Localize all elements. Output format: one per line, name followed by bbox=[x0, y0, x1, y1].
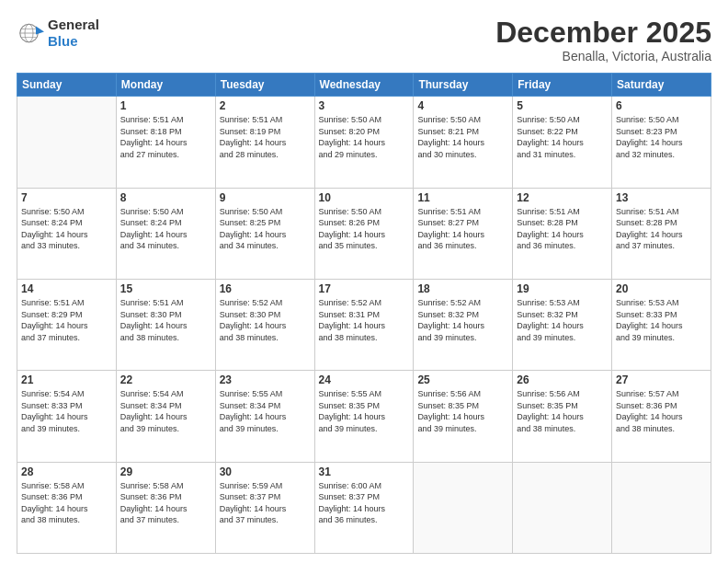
day-number: 22 bbox=[120, 373, 211, 386]
day-info: Sunrise: 5:50 AM Sunset: 8:20 PM Dayligh… bbox=[319, 114, 410, 160]
calendar-header-row: SundayMondayTuesdayWednesdayThursdayFrid… bbox=[17, 74, 711, 97]
calendar-cell: 27Sunrise: 5:57 AM Sunset: 8:36 PM Dayli… bbox=[612, 371, 711, 462]
day-info: Sunrise: 5:55 AM Sunset: 8:35 PM Dayligh… bbox=[319, 388, 410, 434]
calendar-week-2: 7Sunrise: 5:50 AM Sunset: 8:24 PM Daylig… bbox=[17, 188, 711, 279]
logo: General Blue bbox=[17, 17, 99, 50]
day-number: 1 bbox=[120, 99, 211, 112]
calendar-week-3: 14Sunrise: 5:51 AM Sunset: 8:29 PM Dayli… bbox=[17, 279, 711, 370]
day-number: 9 bbox=[220, 191, 311, 204]
day-number: 18 bbox=[417, 282, 508, 295]
logo-text: General Blue bbox=[48, 17, 99, 50]
calendar-cell: 5Sunrise: 5:50 AM Sunset: 8:22 PM Daylig… bbox=[513, 97, 612, 188]
weekday-header-sunday: Sunday bbox=[17, 74, 117, 97]
day-number: 26 bbox=[517, 373, 608, 386]
day-number: 7 bbox=[21, 191, 112, 204]
day-info: Sunrise: 5:50 AM Sunset: 8:24 PM Dayligh… bbox=[120, 206, 211, 252]
logo-line1: General bbox=[48, 17, 99, 33]
weekday-header-tuesday: Tuesday bbox=[215, 74, 314, 97]
calendar-cell: 9Sunrise: 5:50 AM Sunset: 8:25 PM Daylig… bbox=[215, 188, 314, 279]
day-info: Sunrise: 5:51 AM Sunset: 8:28 PM Dayligh… bbox=[616, 206, 707, 252]
weekday-header-monday: Monday bbox=[116, 74, 215, 97]
weekday-header-wednesday: Wednesday bbox=[314, 74, 414, 97]
calendar-cell bbox=[612, 462, 711, 553]
day-number: 24 bbox=[319, 373, 410, 386]
day-info: Sunrise: 5:51 AM Sunset: 8:30 PM Dayligh… bbox=[120, 297, 211, 343]
day-number: 16 bbox=[220, 282, 311, 295]
day-number: 2 bbox=[220, 99, 311, 112]
day-info: Sunrise: 5:51 AM Sunset: 8:19 PM Dayligh… bbox=[220, 114, 311, 160]
calendar-cell: 20Sunrise: 5:53 AM Sunset: 8:33 PM Dayli… bbox=[612, 279, 711, 370]
month-title: December 2025 bbox=[495, 17, 711, 49]
calendar-cell: 2Sunrise: 5:51 AM Sunset: 8:19 PM Daylig… bbox=[215, 97, 314, 188]
calendar-cell: 17Sunrise: 5:52 AM Sunset: 8:31 PM Dayli… bbox=[314, 279, 414, 370]
calendar-week-5: 28Sunrise: 5:58 AM Sunset: 8:36 PM Dayli… bbox=[17, 462, 711, 553]
day-info: Sunrise: 5:51 AM Sunset: 8:27 PM Dayligh… bbox=[417, 206, 508, 252]
calendar-cell: 24Sunrise: 5:55 AM Sunset: 8:35 PM Dayli… bbox=[314, 371, 414, 462]
header: General Blue December 2025 Benalla, Vict… bbox=[17, 17, 711, 63]
day-info: Sunrise: 5:55 AM Sunset: 8:34 PM Dayligh… bbox=[220, 388, 311, 434]
day-info: Sunrise: 5:51 AM Sunset: 8:28 PM Dayligh… bbox=[517, 206, 608, 252]
day-info: Sunrise: 5:54 AM Sunset: 8:33 PM Dayligh… bbox=[21, 388, 112, 434]
day-info: Sunrise: 5:52 AM Sunset: 8:30 PM Dayligh… bbox=[220, 297, 311, 343]
day-info: Sunrise: 5:54 AM Sunset: 8:34 PM Dayligh… bbox=[120, 388, 211, 434]
weekday-header-saturday: Saturday bbox=[612, 74, 711, 97]
location-subtitle: Benalla, Victoria, Australia bbox=[495, 49, 711, 63]
logo-icon bbox=[17, 19, 44, 47]
calendar-cell: 11Sunrise: 5:51 AM Sunset: 8:27 PM Dayli… bbox=[414, 188, 513, 279]
day-info: Sunrise: 5:50 AM Sunset: 8:25 PM Dayligh… bbox=[220, 206, 311, 252]
day-info: Sunrise: 6:00 AM Sunset: 8:37 PM Dayligh… bbox=[319, 480, 410, 526]
calendar-cell: 1Sunrise: 5:51 AM Sunset: 8:18 PM Daylig… bbox=[116, 97, 215, 188]
day-info: Sunrise: 5:50 AM Sunset: 8:24 PM Dayligh… bbox=[21, 206, 112, 252]
calendar-cell: 31Sunrise: 6:00 AM Sunset: 8:37 PM Dayli… bbox=[314, 462, 414, 553]
day-info: Sunrise: 5:52 AM Sunset: 8:32 PM Dayligh… bbox=[417, 297, 508, 343]
calendar-cell: 7Sunrise: 5:50 AM Sunset: 8:24 PM Daylig… bbox=[17, 188, 117, 279]
weekday-header-thursday: Thursday bbox=[414, 74, 513, 97]
calendar-cell: 18Sunrise: 5:52 AM Sunset: 8:32 PM Dayli… bbox=[414, 279, 513, 370]
day-number: 13 bbox=[616, 191, 707, 204]
day-info: Sunrise: 5:56 AM Sunset: 8:35 PM Dayligh… bbox=[517, 388, 608, 434]
calendar-cell bbox=[17, 97, 117, 188]
day-number: 31 bbox=[319, 465, 410, 478]
day-number: 14 bbox=[21, 282, 112, 295]
calendar-cell: 16Sunrise: 5:52 AM Sunset: 8:30 PM Dayli… bbox=[215, 279, 314, 370]
day-number: 4 bbox=[417, 99, 508, 112]
day-number: 3 bbox=[319, 99, 410, 112]
day-number: 10 bbox=[319, 191, 410, 204]
calendar-cell: 21Sunrise: 5:54 AM Sunset: 8:33 PM Dayli… bbox=[17, 371, 117, 462]
day-info: Sunrise: 5:51 AM Sunset: 8:18 PM Dayligh… bbox=[120, 114, 211, 160]
calendar-cell: 28Sunrise: 5:58 AM Sunset: 8:36 PM Dayli… bbox=[17, 462, 117, 553]
calendar-table: SundayMondayTuesdayWednesdayThursdayFrid… bbox=[17, 73, 711, 554]
day-number: 21 bbox=[21, 373, 112, 386]
logo-line2: Blue bbox=[48, 33, 99, 50]
day-number: 23 bbox=[220, 373, 311, 386]
calendar-cell: 4Sunrise: 5:50 AM Sunset: 8:21 PM Daylig… bbox=[414, 97, 513, 188]
calendar-week-1: 1Sunrise: 5:51 AM Sunset: 8:18 PM Daylig… bbox=[17, 97, 711, 188]
calendar-cell: 3Sunrise: 5:50 AM Sunset: 8:20 PM Daylig… bbox=[314, 97, 414, 188]
day-number: 15 bbox=[120, 282, 211, 295]
calendar-cell: 30Sunrise: 5:59 AM Sunset: 8:37 PM Dayli… bbox=[215, 462, 314, 553]
day-info: Sunrise: 5:52 AM Sunset: 8:31 PM Dayligh… bbox=[319, 297, 410, 343]
day-info: Sunrise: 5:50 AM Sunset: 8:26 PM Dayligh… bbox=[319, 206, 410, 252]
calendar-cell: 22Sunrise: 5:54 AM Sunset: 8:34 PM Dayli… bbox=[116, 371, 215, 462]
day-info: Sunrise: 5:50 AM Sunset: 8:22 PM Dayligh… bbox=[517, 114, 608, 160]
day-info: Sunrise: 5:53 AM Sunset: 8:33 PM Dayligh… bbox=[616, 297, 707, 343]
calendar-cell bbox=[414, 462, 513, 553]
calendar-cell: 19Sunrise: 5:53 AM Sunset: 8:32 PM Dayli… bbox=[513, 279, 612, 370]
day-number: 17 bbox=[319, 282, 410, 295]
calendar-cell: 10Sunrise: 5:50 AM Sunset: 8:26 PM Dayli… bbox=[314, 188, 414, 279]
calendar-cell: 15Sunrise: 5:51 AM Sunset: 8:30 PM Dayli… bbox=[116, 279, 215, 370]
calendar-cell: 25Sunrise: 5:56 AM Sunset: 8:35 PM Dayli… bbox=[414, 371, 513, 462]
calendar-cell: 23Sunrise: 5:55 AM Sunset: 8:34 PM Dayli… bbox=[215, 371, 314, 462]
calendar-cell: 29Sunrise: 5:58 AM Sunset: 8:36 PM Dayli… bbox=[116, 462, 215, 553]
calendar-week-4: 21Sunrise: 5:54 AM Sunset: 8:33 PM Dayli… bbox=[17, 371, 711, 462]
day-info: Sunrise: 5:51 AM Sunset: 8:29 PM Dayligh… bbox=[21, 297, 112, 343]
day-info: Sunrise: 5:58 AM Sunset: 8:36 PM Dayligh… bbox=[21, 480, 112, 526]
calendar-cell: 12Sunrise: 5:51 AM Sunset: 8:28 PM Dayli… bbox=[513, 188, 612, 279]
day-info: Sunrise: 5:50 AM Sunset: 8:23 PM Dayligh… bbox=[616, 114, 707, 160]
calendar-cell: 26Sunrise: 5:56 AM Sunset: 8:35 PM Dayli… bbox=[513, 371, 612, 462]
day-info: Sunrise: 5:57 AM Sunset: 8:36 PM Dayligh… bbox=[616, 388, 707, 434]
day-info: Sunrise: 5:58 AM Sunset: 8:36 PM Dayligh… bbox=[120, 480, 211, 526]
calendar-cell bbox=[513, 462, 612, 553]
day-number: 28 bbox=[21, 465, 112, 478]
page: General Blue December 2025 Benalla, Vict… bbox=[0, 0, 728, 563]
